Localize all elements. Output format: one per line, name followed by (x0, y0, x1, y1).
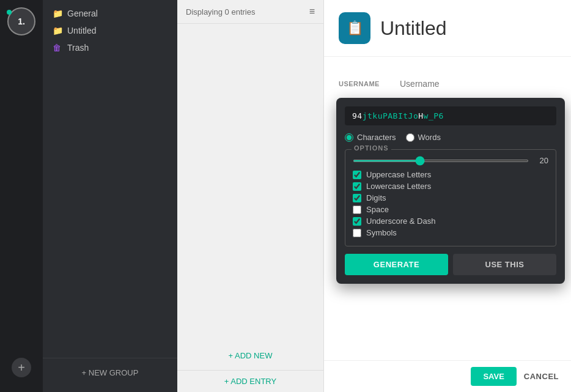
digits-label: Digits (366, 193, 386, 202)
symbols-label: Symbols (366, 228, 397, 237)
lowercase-checkbox[interactable] (353, 182, 361, 191)
add-account-button[interactable]: + (12, 358, 31, 377)
detail-panel: 📋 Untitled USERNAME PAS 🪄 94jtkuPABItJoH… (324, 0, 571, 392)
generate-button[interactable]: GENERATE (345, 254, 448, 275)
plus-icon: + (18, 361, 25, 375)
options-label: OPTIONS (352, 144, 391, 152)
options-section: OPTIONS 20 Uppercase Letters Lowercase L… (345, 149, 556, 246)
new-group-button[interactable]: + NEW GROUP (53, 364, 168, 381)
pw-highlight-1: jtkuPABItJo (363, 111, 419, 120)
entries-header: Displaying 0 entries ≡ (177, 0, 323, 24)
sidebar-item-untitled[interactable]: 📁 Untitled (43, 22, 177, 39)
slider-row: 20 (353, 156, 548, 165)
account-label: 1. (18, 17, 25, 26)
cancel-button[interactable]: CANCEL (524, 372, 559, 381)
underscore-checkbox[interactable] (353, 217, 361, 226)
bottom-bar: SAVE CANCEL (324, 360, 571, 392)
sidebar-item-label-trash: Trash (67, 43, 89, 53)
username-label: USERNAME (339, 80, 400, 87)
uppercase-checkbox[interactable] (353, 171, 361, 179)
account-sidebar: 1. + (0, 0, 43, 392)
pw-actions: GENERATE USE THIS (345, 254, 556, 275)
underscore-label: Underscore & Dash (366, 216, 435, 226)
entry-title[interactable]: Untitled (380, 17, 447, 40)
space-checkbox[interactable] (353, 205, 361, 214)
sidebar-item-trash[interactable]: 🗑 Trash (43, 39, 177, 56)
radio-words-text: Words (418, 133, 441, 142)
checkbox-space: Space (353, 205, 548, 214)
filter-icon[interactable]: ≡ (309, 6, 315, 17)
checkbox-lowercase: Lowercase Letters (353, 182, 548, 191)
checkbox-underscore: Underscore & Dash (353, 216, 548, 226)
length-slider[interactable] (353, 160, 529, 162)
entries-footer: + ADD ENTRY (177, 370, 323, 392)
pw-type-group: Characters Words (345, 133, 556, 142)
folder-bottom: + NEW GROUP (43, 358, 177, 387)
checkbox-digits: Digits (353, 193, 548, 202)
radio-characters-label[interactable]: Characters (345, 133, 396, 142)
entry-icon: 📋 (339, 12, 370, 44)
entries-count: Displaying 0 entries (186, 7, 255, 17)
radio-words[interactable] (406, 133, 414, 142)
entries-body: + ADD NEW (177, 24, 323, 370)
detail-header: 📋 Untitled (324, 0, 571, 57)
pw-middle: H (418, 111, 423, 120)
folder-sidebar: 📁 General 📁 Untitled 🗑 Trash + NEW GROUP (43, 0, 177, 392)
sidebar-item-general[interactable]: 📁 General (43, 5, 177, 22)
radio-characters[interactable] (345, 133, 353, 142)
add-entry-button[interactable]: + ADD ENTRY (224, 377, 276, 386)
use-this-button[interactable]: USE THIS (453, 254, 556, 275)
pw-plain-1: 94 (352, 111, 363, 120)
save-button[interactable]: SAVE (471, 367, 516, 386)
folder-icon-untitled: 📁 (53, 26, 62, 35)
radio-words-label[interactable]: Words (406, 133, 441, 142)
uppercase-label: Uppercase Letters (366, 170, 431, 179)
symbols-checkbox[interactable] (353, 229, 361, 237)
account-status-dot (7, 10, 12, 15)
password-generator-popup: 94jtkuPABItJoHw_P6 Characters Words OPTI… (336, 98, 565, 284)
entries-panel: Displaying 0 entries ≡ + ADD NEW + ADD E… (177, 0, 324, 392)
trash-icon: 🗑 (53, 43, 62, 53)
sidebar-item-label-untitled: Untitled (67, 26, 96, 35)
account-avatar[interactable]: 1. (7, 7, 35, 35)
username-input[interactable] (400, 76, 556, 91)
pw-highlight-2: w_P6 (424, 111, 444, 120)
checkbox-uppercase: Uppercase Letters (353, 170, 548, 179)
lowercase-label: Lowercase Letters (366, 182, 431, 191)
sidebar-item-label-general: General (67, 9, 98, 18)
digits-checkbox[interactable] (353, 194, 361, 202)
username-row: USERNAME (339, 69, 556, 98)
add-new-button[interactable]: + ADD NEW (229, 351, 273, 360)
folder-icon-general: 📁 (53, 9, 62, 18)
slider-value: 20 (534, 156, 548, 165)
entry-icon-glyph: 📋 (347, 20, 363, 36)
checkbox-symbols: Symbols (353, 228, 548, 237)
generated-password-display: 94jtkuPABItJoHw_P6 (345, 106, 556, 125)
radio-characters-text: Characters (357, 133, 396, 142)
space-label: Space (366, 205, 389, 214)
